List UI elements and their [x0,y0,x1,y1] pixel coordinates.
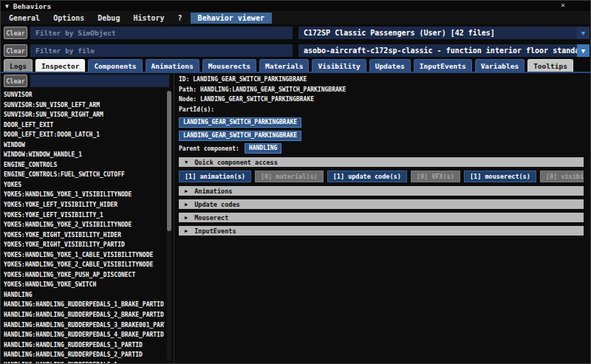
list-item[interactable]: HANDLING:HANDLING_RUDDERPEDALS_1 [4,360,165,363]
list-item[interactable]: HANDLING:HANDLING_RUDDERPEDALS_3_BRAKE00… [4,320,165,331]
clear-file-filter-button[interactable]: Clear [4,44,27,57]
section-header-animations[interactable]: ▶Animations [179,186,584,196]
list-filter-input[interactable] [30,75,169,87]
triangle-down-icon: ▼ [185,159,188,165]
tab-visibility[interactable]: Visibility [312,59,366,72]
tab-animations[interactable]: Animations [146,59,199,72]
quick-access-button-row: [1] animation(s)[0] material(s)[1] updat… [179,171,584,182]
path-label: Path: [179,86,197,93]
list-item[interactable]: DOOR_LEFT_EXIT:DOOR_LATCH_1 [4,130,165,140]
list-scrollbar [167,91,171,362]
tab-updates[interactable]: Updates [369,59,411,72]
tab-inspector[interactable]: Inspector [35,59,85,72]
panel-divider [174,73,174,363]
partid-chip[interactable]: LANDING_GEAR_SWITCH_PARKINGBRAKE [179,117,301,128]
tab-tooltips[interactable]: Tooltips [527,59,573,72]
simobject-dropdown[interactable]: C172SP Classic Passengers (User) [42 fil… [298,27,590,39]
close-icon[interactable]: ✕ [561,1,565,9]
id-value: LANDING_GEAR_SWITCH_PARKINGBRAKE [193,76,307,83]
triangle-right-icon: ▶ [185,215,188,221]
menu-item-options[interactable]: Options [47,13,91,24]
menu-bar: GeneralOptionsDebugHistory? Behavior vie… [1,11,590,24]
behavior-node-list: SUNVISORSUNVISOR:SUN_VISOR_LEFT_ARMSUNVI… [4,90,165,363]
triangle-right-icon: ▶ [185,202,188,207]
parent-component-chip[interactable]: HANDLING [245,143,282,154]
list-item[interactable]: WINDOW:WINDOW_HANDLE_1 [4,150,165,160]
list-item[interactable]: WINDOW [4,140,165,151]
node-value: LANDING_GEAR_SWITCH_PARKINGBRAKE [200,96,314,103]
menu-item-behavior-viewer[interactable]: Behavior viewer [191,13,272,24]
quick-access-button-1-mouserect-s[interactable]: [1] mouserect(s) [464,171,536,182]
tab-mouserects[interactable]: Mouserects [202,59,256,72]
list-item[interactable]: HANDLING:HANDLING_RUDDERPEDALS_1_PARTID [4,340,165,351]
quick-access-button-0-material-s: [0] material(s) [255,171,324,182]
file-dropdown-value: asobo-aircraft-c172sp-classic - function… [298,47,577,55]
menu-item-history[interactable]: History [126,13,171,24]
partid-chip[interactable]: LANDING_GEAR_SWITCH_PARKINGBRAKE [179,131,301,141]
quick-component-access-label: Quick component access [194,159,278,166]
parent-component-label: Parent component: [179,145,239,152]
quick-access-button-1-animation-s[interactable]: [1] animation(s) [179,171,251,182]
file-dropdown[interactable]: asobo-aircraft-c172sp-classic - function… [298,44,590,57]
list-item[interactable]: HANDLING:HANDLING_RUDDERPEDALS_2_BRAKE_P… [4,310,165,320]
list-item[interactable]: YOKES:YOKE_RIGHT_VISIBILITY_HIDER [4,230,165,241]
menu-item-general[interactable]: General [2,13,47,24]
list-item[interactable]: HANDLING [4,290,165,301]
list-item[interactable]: YOKES:HANDLING_YOKE_2_CABLE_VISIBILITYNO… [4,260,165,270]
section-header-update-codes[interactable]: ▶Update codes [179,199,584,209]
list-scrollbar-thumb[interactable] [167,91,171,231]
inspector-panel: ID: LANDING_GEAR_SWITCH_PARKINGBRAKE Pat… [175,73,590,363]
list-item[interactable]: ENGINE_CONTROLS [4,160,165,171]
tab-components[interactable]: Components [88,59,142,72]
list-item[interactable]: SUNVISOR:SUN_VISOR_RIGHT_ARM [4,110,165,120]
list-item[interactable]: HANDLING:HANDLING_RUDDERPEDALS_1_BRAKE_P… [4,300,165,310]
triangle-right-icon: ▶ [185,228,188,234]
clear-list-filter-button[interactable]: Clear [4,75,27,87]
tab-bar: LogsInspectorComponentsAnimationsMousere… [4,59,590,72]
list-item[interactable]: HANDLING:HANDLING_RUDDERPEDALS_4_BRAKE_P… [4,330,165,340]
collapsed-sections: ▶Animations▶Update codes▶Mouserect▶Input… [179,186,584,236]
detail-node-line: Node: LANDING_GEAR_SWITCH_PARKINGBRAKE [179,95,584,105]
list-item[interactable]: YOKES:HANDLING_YOKE_SWITCH [4,280,165,290]
simobject-dropdown-value: C172SP Classic Passengers (User) [42 fil… [298,29,577,37]
chevron-down-icon[interactable]: ▼ [577,44,590,57]
quick-component-access-header[interactable]: ▼ Quick component access [179,157,584,167]
list-item[interactable]: YOKES [4,180,165,190]
file-filter-row: Clear asobo-aircraft-c172sp-classic - fu… [1,44,590,57]
clear-simobject-filter-button[interactable]: Clear [4,27,27,39]
behaviors-window: ▼ Behaviors ✕ GeneralOptionsDebugHistory… [0,0,591,364]
tab-materials[interactable]: Materials [259,59,309,72]
partids-label: PartId(s): [179,106,214,113]
list-item[interactable]: YOKES:HANDLING_YOKE_2_VISIBILITYNODE [4,220,165,230]
triangle-right-icon: ▶ [185,188,188,194]
menu-item-[interactable]: ? [171,13,189,24]
list-item[interactable]: YOKES:YOKE_RIGHT_VISIBILITY_PARTID [4,240,165,250]
quick-access-button-0-vfx-s: [0] VFX(s) [411,171,460,182]
list-item[interactable]: DOOR_LEFT_EXIT [4,120,165,131]
list-item[interactable]: YOKES:YOKE_LEFT_VISIBILITY_HIDER [4,200,165,210]
tab-variables[interactable]: Variables [475,59,525,72]
list-item[interactable]: HANDLING:HANDLING_RUDDERPEDALS_2_PARTID [4,350,165,360]
section-header-inputevents[interactable]: ▶InputEvents [179,226,584,236]
file-filter-input[interactable] [30,44,293,57]
tab-inputevents[interactable]: InputEvents [414,59,472,72]
section-label: InputEvents [194,227,236,235]
detail-partids-line: PartId(s): [179,105,584,115]
list-item[interactable]: YOKES:YOKE_LEFT_VISIBILITY_1 [4,210,165,221]
collapse-icon[interactable]: ▼ [5,3,9,10]
list-item[interactable]: YOKES:HANDLING_YOKE_1_VISIBILITYNODE [4,190,165,200]
chevron-down-icon[interactable]: ▼ [577,27,590,39]
list-item[interactable]: YOKES:HANDLING_YOKE_1_CABLE_VISIBILITYNO… [4,250,165,261]
node-label: Node: [179,96,197,103]
simobject-filter-row: Clear C172SP Classic Passengers (User) [… [1,27,590,39]
list-item[interactable]: ENGINE_CONTROLS:FUEL_SWITCH_CUTOFF [4,170,165,180]
list-item[interactable]: YOKES:HANDLING_YOKE_PUSH_AP_DISCONECT [4,270,165,281]
simobject-filter-input[interactable] [30,27,293,39]
menu-item-debug[interactable]: Debug [91,13,126,24]
section-label: Animations [194,188,232,195]
tab-logs[interactable]: Logs [4,59,33,72]
section-header-mouserect[interactable]: ▶Mouserect [179,213,584,222]
quick-access-button-1-update-code-s[interactable]: [1] update code(s) [327,171,407,182]
list-item[interactable]: SUNVISOR [4,90,165,100]
list-item[interactable]: SUNVISOR:SUN_VISOR_LEFT_ARM [4,100,165,111]
